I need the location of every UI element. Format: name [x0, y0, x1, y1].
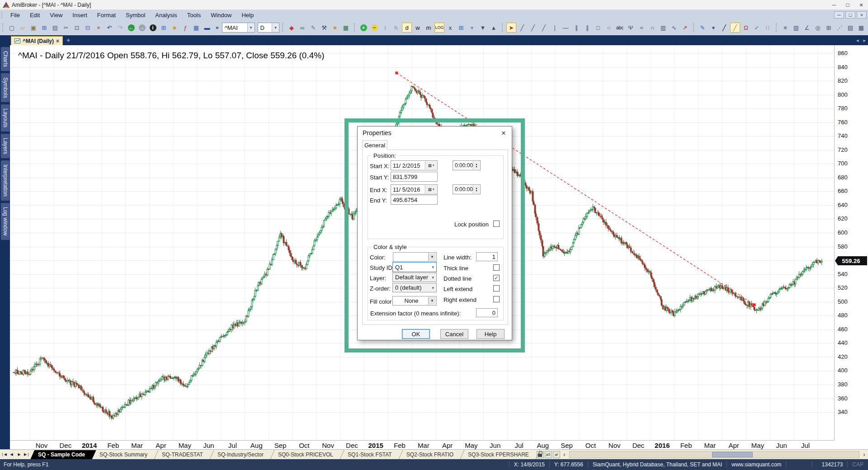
layout-icon[interactable]: ▬: [202, 23, 212, 33]
mdi-close-icon[interactable]: ×: [857, 11, 867, 19]
filter-icon[interactable]: ▼: [478, 23, 488, 33]
cancel-button[interactable]: Cancel: [440, 329, 468, 339]
sidebar-item-layouts[interactable]: Layouts: [1, 104, 9, 132]
sidebar-item-charts[interactable]: Charts: [1, 47, 9, 71]
extension-factor-field[interactable]: 0: [476, 308, 498, 317]
scale-toggle-button[interactable]: ▴S: [545, 451, 552, 458]
select-arrow-icon[interactable]: ➤: [506, 23, 516, 33]
arrow-annotation-icon[interactable]: ↗: [680, 23, 690, 33]
sheet-tab[interactable]: SQ-Stock Summary: [92, 450, 155, 459]
menu-insert[interactable]: Insert: [67, 11, 92, 19]
tab-mai-daily[interactable]: ^MAI (Daily) ×: [11, 36, 63, 45]
zigzag-icon[interactable]: ∿: [669, 23, 679, 33]
fib-fan-icon[interactable]: ⋰: [835, 23, 844, 33]
sidebar-item-log-window[interactable]: Log window: [1, 203, 9, 240]
minimize-icon[interactable]: ─: [827, 0, 841, 9]
mdi-restore-icon[interactable]: □: [845, 11, 855, 19]
tick-interval-icon[interactable]: i: [380, 23, 390, 33]
right-extend-checkbox[interactable]: [493, 296, 500, 302]
ok-button[interactable]: OK: [402, 329, 430, 339]
prev-sheet-icon[interactable]: ◀: [8, 451, 15, 459]
scroll-left-icon[interactable]: ‹: [561, 451, 568, 459]
eject-icon[interactable]: ▲: [489, 23, 499, 33]
save-database-icon[interactable]: ⊞: [39, 23, 49, 33]
scrollbar-thumb[interactable]: [712, 452, 753, 457]
view-icon[interactable]: ⊞: [159, 23, 169, 33]
cycle-lines-icon[interactable]: ▥: [658, 23, 668, 33]
end-x-field[interactable]: 11/ 5/2016 ▦▾: [391, 184, 438, 194]
menu-tools[interactable]: Tools: [182, 11, 206, 19]
layer-combo[interactable]: Default layer ▾: [392, 273, 437, 282]
print-icon[interactable]: ▤: [50, 23, 60, 33]
dotted-line-checkbox[interactable]: ✓: [493, 275, 500, 281]
chevron-down-icon[interactable]: ▼: [428, 297, 436, 305]
quote-icon[interactable]: ▦: [341, 23, 351, 33]
help-button[interactable]: Help: [476, 329, 505, 339]
forward-icon[interactable]: →: [137, 23, 147, 33]
start-x-field[interactable]: 11/ 2/2015 ▦▾: [391, 160, 438, 170]
study-id-combo[interactable]: Q1 ▾: [392, 262, 437, 272]
close-icon[interactable]: ×: [854, 0, 868, 9]
calendar-dropdown-icon[interactable]: ▦▾: [425, 161, 437, 169]
cut-icon[interactable]: ✂: [61, 23, 71, 33]
tab-scroll-right-icon[interactable]: ▸: [861, 38, 868, 43]
indicator-icon[interactable]: ▦: [191, 23, 201, 33]
zoom-out-icon[interactable]: −: [369, 23, 379, 33]
menu-format[interactable]: Format: [92, 11, 121, 19]
menu-edit[interactable]: Edit: [25, 11, 45, 19]
calendar-dropdown-icon[interactable]: ▦▾: [425, 185, 437, 193]
rectangle-icon[interactable]: □: [593, 23, 603, 33]
thick-line-checkbox[interactable]: [493, 264, 500, 271]
zoom-in-icon[interactable]: +: [359, 23, 368, 33]
daily-interval-icon[interactable]: d: [402, 23, 412, 33]
solid-line-icon[interactable]: ╱: [719, 23, 729, 33]
new-file-icon[interactable]: ▢: [7, 23, 17, 33]
symbol-combo[interactable]: ^MAI▾: [222, 23, 255, 33]
toolbar-overflow-icon[interactable]: »: [214, 24, 221, 31]
copy-icon[interactable]: ⊡: [72, 23, 82, 33]
trendline-icon[interactable]: ╱: [517, 23, 527, 33]
menu-view[interactable]: View: [45, 11, 67, 19]
dotted-line-icon[interactable]: ╱: [730, 23, 740, 33]
fib-retracement-icon[interactable]: ≈: [637, 23, 646, 33]
menu-file[interactable]: File: [5, 11, 25, 19]
redo-icon[interactable]: ↷: [115, 23, 125, 33]
sheet-tab[interactable]: SQ1-Stock FSTAT: [340, 450, 399, 459]
regression-icon[interactable]: ▤: [845, 23, 855, 33]
open-folder-icon[interactable]: ▱: [18, 23, 28, 33]
note-icon[interactable]: ✎: [308, 23, 318, 33]
parallel-lines-icon[interactable]: ∥: [571, 23, 581, 33]
magnet-icon[interactable]: Ω: [741, 23, 751, 33]
pencil-dropdown-icon[interactable]: ▾: [708, 23, 718, 33]
weekly-interval-icon[interactable]: w: [413, 23, 423, 33]
tab-general[interactable]: General: [362, 140, 387, 150]
undo-icon[interactable]: ↶: [104, 23, 114, 33]
left-extend-checkbox[interactable]: [493, 285, 500, 291]
pencil-icon[interactable]: ✎: [698, 23, 708, 33]
snap-points-icon[interactable]: ∷: [763, 23, 773, 33]
snap-check-icon[interactable]: ✓: [752, 23, 762, 33]
grid-icon[interactable]: ⊞: [824, 23, 834, 33]
wizard-icon[interactable]: ★: [170, 23, 179, 33]
sheet-tab[interactable]: SQ-TRADESTAT: [155, 450, 210, 459]
price-axis[interactable]: 8608408208007807607407207006806606406206…: [834, 45, 868, 440]
spinner-icon[interactable]: ▲▼: [473, 185, 480, 193]
spinner-icon[interactable]: ▲▼: [473, 161, 480, 169]
interval-combo[interactable]: D▾: [258, 23, 279, 33]
hourly-interval-icon[interactable]: h: [391, 23, 401, 33]
tab-scroll-left-icon[interactable]: ◂: [854, 38, 861, 43]
date-axis[interactable]: NovDec2014FebMarAprMayJunJulAugSepOctNov…: [10, 440, 834, 449]
save-icon[interactable]: ▣: [28, 23, 38, 33]
end-y-field[interactable]: 495.6754: [391, 195, 438, 205]
sheet-tab-active[interactable]: SQ - Sample Code: [31, 450, 92, 459]
watchlist-icon[interactable]: ∞: [297, 23, 307, 33]
tab-close-icon[interactable]: ×: [56, 38, 59, 44]
gann-fan-icon[interactable]: ∠: [802, 23, 812, 33]
zorder-combo[interactable]: 0 (default) ▾: [392, 283, 437, 292]
extended-line-icon[interactable]: ╱: [539, 23, 549, 33]
line-width-field[interactable]: 1: [476, 252, 498, 261]
menu-help[interactable]: Help: [236, 11, 259, 19]
start-y-field[interactable]: 831.5799: [391, 172, 438, 182]
sidebar-item-symbols[interactable]: Symbols: [1, 73, 9, 102]
new-window-icon[interactable]: ⊞: [456, 23, 466, 33]
